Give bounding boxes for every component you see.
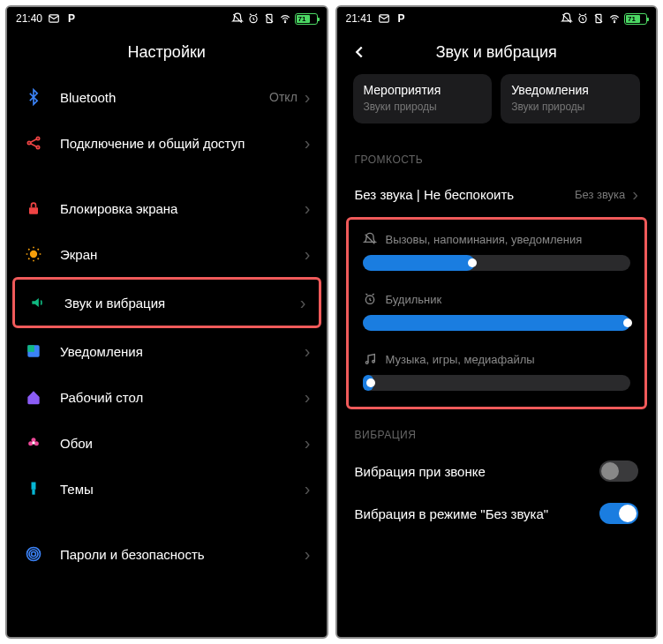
battery-icon: 71 xyxy=(624,13,647,25)
sound-settings: МероприятияЗвуки природыУведомленияЗвуки… xyxy=(337,74,657,637)
settings-row-notif[interactable]: Уведомления › xyxy=(11,328,323,374)
row-label: Подключение и общий доступ xyxy=(60,136,305,151)
vibration-toggle-row: Вибрация в режиме "Без звука" xyxy=(341,492,653,535)
chip-subtitle: Звуки природы xyxy=(364,101,482,113)
parking-icon: P xyxy=(65,12,78,25)
finger-icon xyxy=(23,543,44,565)
settings-list: Bluetooth Откл › Подключение и общий дос… xyxy=(7,74,327,637)
svg-point-20 xyxy=(32,552,36,557)
svg-point-5 xyxy=(27,141,30,144)
page-header: Звук и вибрация xyxy=(337,30,657,74)
svg-point-28 xyxy=(372,360,374,363)
row-label: Звук и вибрация xyxy=(64,296,300,311)
sound-icon xyxy=(27,292,49,313)
settings-row-sun[interactable]: Экран › xyxy=(11,231,323,277)
settings-row-brush[interactable]: Темы › xyxy=(11,466,323,512)
lock-icon xyxy=(23,198,44,219)
row-label: Уведомления xyxy=(60,344,305,359)
silent-mode-value: Без звука xyxy=(575,188,625,201)
row-label: Рабочий стол xyxy=(60,390,305,405)
mail-icon xyxy=(48,12,60,25)
svg-point-13 xyxy=(28,441,33,446)
svg-point-7 xyxy=(36,146,39,148)
toggle-label: Вибрация в режиме "Без звука" xyxy=(355,506,600,521)
svg-point-19 xyxy=(29,550,38,558)
settings-row-home[interactable]: Рабочий стол › xyxy=(11,374,323,420)
svg-point-27 xyxy=(365,362,368,364)
volume-slider-block: Музыка, игры, медиафайлы xyxy=(349,343,645,403)
chip-title: Уведомления xyxy=(511,83,629,97)
settings-row-lock[interactable]: Блокировка экрана › xyxy=(11,185,323,231)
slider-label: Вызовы, напоминания, уведомления xyxy=(386,233,583,246)
settings-row-bluetooth[interactable]: Bluetooth Откл › xyxy=(11,74,323,120)
wifi-icon xyxy=(608,12,621,25)
settings-row-sound[interactable]: Звук и вибрация › xyxy=(15,280,319,326)
mail-icon xyxy=(378,12,390,25)
svg-point-6 xyxy=(36,137,39,139)
alarm-icon xyxy=(576,12,589,25)
svg-rect-17 xyxy=(32,490,34,495)
share-icon xyxy=(23,132,44,154)
svg-rect-8 xyxy=(29,207,38,214)
chevron-right-icon: › xyxy=(305,388,311,406)
chevron-right-icon: › xyxy=(305,134,311,152)
chip-title: Мероприятия xyxy=(364,83,482,97)
page-header: Настройки xyxy=(7,30,327,74)
chevron-right-icon: › xyxy=(305,199,311,217)
page-title: Звук и вибрация xyxy=(436,43,557,62)
volume-slider[interactable] xyxy=(363,315,631,331)
chevron-right-icon: › xyxy=(632,185,638,203)
chevron-right-icon: › xyxy=(305,342,311,360)
toggle-switch[interactable] xyxy=(599,503,638,524)
sound-chip[interactable]: УведомленияЗвуки природы xyxy=(501,74,640,124)
sound-chip[interactable]: МероприятияЗвуки природы xyxy=(353,74,493,124)
alarm-icon xyxy=(247,12,260,25)
silent-mode-label: Без звука | Не беспокоить xyxy=(355,187,575,202)
home-icon xyxy=(23,386,44,408)
row-label: Обои xyxy=(60,436,305,451)
bluetooth-icon xyxy=(23,86,44,108)
chevron-right-icon: › xyxy=(305,545,311,563)
settings-row-share[interactable]: Подключение и общий доступ › xyxy=(11,120,323,166)
chevron-right-icon: › xyxy=(305,88,311,106)
volume-sliders-highlight: Вызовы, напоминания, уведомления Будильн… xyxy=(346,217,648,409)
toggle-switch[interactable] xyxy=(599,461,638,482)
chevron-right-icon: › xyxy=(300,294,306,311)
svg-rect-16 xyxy=(32,483,36,490)
status-bar: 21:40 P 71 xyxy=(7,7,327,30)
row-value: Откл xyxy=(269,90,298,104)
wifi-icon xyxy=(279,12,291,25)
status-time: 21:41 xyxy=(346,12,373,25)
chevron-right-icon: › xyxy=(305,245,311,263)
page-title: Настройки xyxy=(128,43,206,62)
status-bar: 21:41 P 71 xyxy=(337,7,657,30)
chevron-right-icon: › xyxy=(305,480,311,498)
alarm-icon xyxy=(363,292,377,306)
brush-icon xyxy=(23,478,44,499)
row-label: Темы xyxy=(60,482,305,497)
row-label: Блокировка экрана xyxy=(60,201,305,216)
back-button[interactable] xyxy=(350,42,369,62)
svg-point-9 xyxy=(31,251,37,258)
flower-icon xyxy=(23,432,44,453)
row-label: Пароли и безопасность xyxy=(60,547,305,562)
no-sim-icon xyxy=(592,12,605,25)
status-time: 21:40 xyxy=(16,12,42,25)
highlight-box: Звук и вибрация › xyxy=(12,277,321,328)
music-icon xyxy=(363,352,377,366)
slider-label: Будильник xyxy=(386,293,442,306)
notif-icon xyxy=(23,341,44,362)
row-label: Bluetooth xyxy=(60,90,269,105)
no-sim-icon xyxy=(263,12,275,25)
volume-slider[interactable] xyxy=(363,255,631,271)
silent-mode-row[interactable]: Без звука | Не беспокоить Без звука › xyxy=(341,175,653,213)
settings-row-finger[interactable]: Пароли и безопасность › xyxy=(11,531,323,577)
parking-icon: P xyxy=(396,12,408,25)
slider-label: Музыка, игры, медиафайлы xyxy=(386,353,535,366)
svg-point-25 xyxy=(614,22,614,23)
battery-icon: 71 xyxy=(295,13,318,25)
svg-point-14 xyxy=(34,441,39,446)
settings-row-flower[interactable]: Обои › xyxy=(11,420,323,466)
volume-slider[interactable] xyxy=(363,375,631,391)
section-volume: ГРОМКОСТЬ xyxy=(341,138,653,175)
